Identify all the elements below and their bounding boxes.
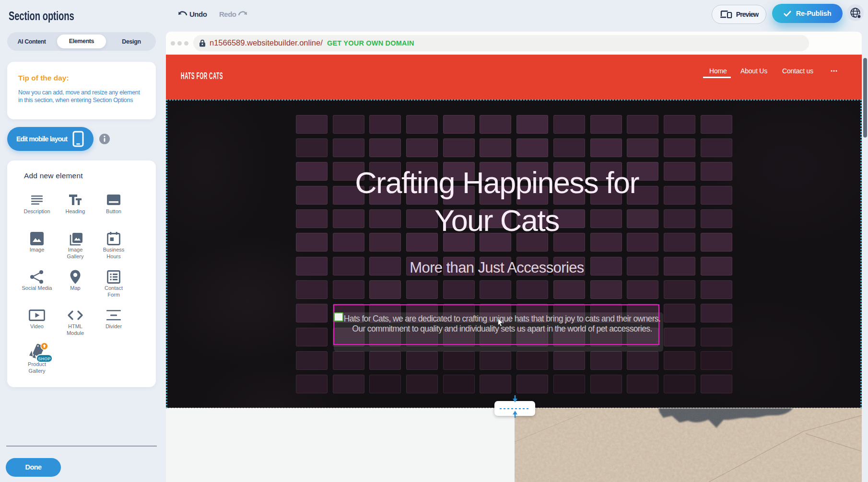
svg-text:SHOP: SHOP xyxy=(38,356,50,361)
